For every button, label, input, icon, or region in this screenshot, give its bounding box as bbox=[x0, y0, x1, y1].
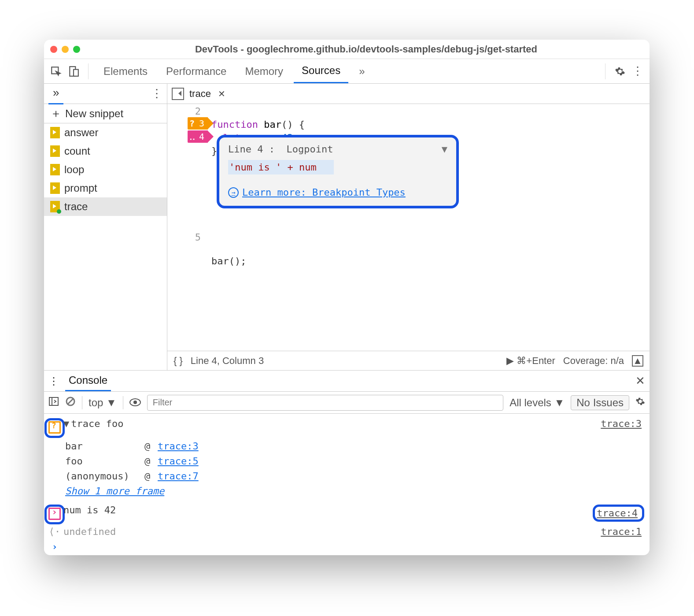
prompt-chevron-icon: › bbox=[46, 541, 63, 552]
inspect-icon[interactable] bbox=[48, 64, 63, 79]
devtools-window: DevTools - googlechrome.github.io/devtoo… bbox=[44, 40, 650, 555]
snippet-item[interactable]: prompt bbox=[44, 179, 167, 197]
sidebar-more-icon[interactable]: ⋮ bbox=[151, 87, 162, 100]
source-link[interactable]: trace:4 bbox=[597, 508, 638, 519]
tab-performance[interactable]: Performance bbox=[158, 59, 234, 83]
snippet-label: loop bbox=[64, 163, 84, 176]
plus-icon: ＋ bbox=[50, 106, 62, 121]
tab-memory[interactable]: Memory bbox=[237, 59, 291, 83]
panel-tabbar: Elements Performance Memory Sources » ⋮ bbox=[44, 59, 650, 84]
sidebar-tabs: » ⋮ bbox=[44, 84, 167, 104]
editor-filename[interactable]: trace bbox=[189, 88, 211, 100]
clear-console-icon[interactable] bbox=[65, 396, 76, 409]
popup-line-label: Line 4 : bbox=[228, 144, 275, 155]
titlebar: DevTools - googlechrome.github.io/devtoo… bbox=[44, 40, 650, 59]
source-link[interactable]: trace:7 bbox=[158, 469, 644, 484]
stack-frame: foo@trace:5 bbox=[46, 454, 644, 469]
trace-header: trace foo bbox=[71, 418, 601, 429]
svg-rect-3 bbox=[49, 397, 58, 405]
more-tabs-icon[interactable]: » bbox=[351, 59, 373, 83]
console-settings-icon[interactable] bbox=[635, 397, 645, 409]
editor-status-bar: { } Line 4, Column 3 ▶ ⌘+Enter Coverage:… bbox=[167, 351, 650, 370]
console-prompt-row[interactable]: › bbox=[46, 540, 644, 555]
new-snippet-button[interactable]: ＋ New snippet bbox=[44, 104, 167, 123]
sidebar-tab-dropdown[interactable]: » bbox=[48, 83, 63, 104]
toggle-navigator-icon[interactable] bbox=[172, 88, 184, 100]
snippet-file-icon bbox=[50, 164, 60, 175]
logpoint-popup: Line 4 : Logpoint ▼ → Learn more: Breakp… bbox=[217, 135, 459, 208]
logpoint-marker[interactable]: ‥4 bbox=[188, 130, 208, 143]
arrow-right-circle-icon: → bbox=[228, 187, 239, 198]
traffic-lights bbox=[50, 46, 80, 53]
snippet-label: count bbox=[64, 145, 90, 157]
context-selector[interactable]: top ▼ bbox=[89, 397, 117, 409]
snippet-file-icon bbox=[50, 145, 60, 157]
snippet-item[interactable]: loop bbox=[44, 160, 167, 179]
sidebar: » ⋮ ＋ New snippet answer count loop prom… bbox=[44, 84, 167, 370]
tab-console[interactable]: Console bbox=[65, 371, 111, 391]
console-tabbar: ⋮ Console ✕ bbox=[44, 371, 650, 392]
stack-frame: bar@trace:3 bbox=[46, 439, 644, 454]
logpoint-icon bbox=[48, 508, 61, 519]
highlight-badge: trace:4 bbox=[593, 505, 644, 522]
close-icon[interactable] bbox=[50, 46, 57, 53]
tab-elements[interactable]: Elements bbox=[96, 59, 155, 83]
snippet-label: trace bbox=[64, 200, 88, 213]
expand-caret-icon[interactable]: ▼ bbox=[63, 418, 69, 429]
snippet-item[interactable]: count bbox=[44, 142, 167, 160]
log-levels-selector[interactable]: All levels ▼ bbox=[509, 397, 565, 409]
device-toggle-icon[interactable] bbox=[66, 64, 81, 79]
coverage-status: Coverage: n/a bbox=[563, 355, 624, 367]
console-more-icon[interactable]: ⋮ bbox=[48, 375, 59, 387]
console-log-row: num is 42 trace:4 bbox=[46, 504, 644, 525]
console-output[interactable]: ▼ trace foo trace:3 bar@trace:3 foo@trac… bbox=[44, 414, 650, 555]
snippet-file-icon bbox=[50, 201, 60, 212]
line-number[interactable]: 2 bbox=[167, 105, 201, 118]
stack-frame: (anonymous)@trace:7 bbox=[46, 469, 644, 484]
code-area[interactable]: 2 5 ?3 ‥4 function bar() { let num = 42;… bbox=[167, 104, 650, 351]
issues-button[interactable]: No Issues bbox=[571, 395, 629, 410]
snippet-label: answer bbox=[64, 126, 98, 139]
conditional-bp-icon bbox=[48, 421, 61, 433]
show-more-frames-link[interactable]: Show 1 more frame bbox=[46, 486, 644, 497]
source-link[interactable]: trace:3 bbox=[601, 418, 642, 429]
more-menu-icon[interactable]: ⋮ bbox=[630, 64, 645, 79]
svg-rect-2 bbox=[74, 69, 78, 76]
console-drawer: ⋮ Console ✕ top ▼ All levels ▼ No Issues… bbox=[44, 370, 650, 555]
learn-more-link[interactable]: → Learn more: Breakpoint Types bbox=[228, 187, 447, 198]
source-link[interactable]: trace:1 bbox=[601, 526, 642, 537]
snippet-file-icon bbox=[50, 182, 60, 194]
close-tab-icon[interactable]: ✕ bbox=[218, 89, 225, 99]
logpoint-expression-input[interactable] bbox=[228, 160, 447, 174]
snippet-label: prompt bbox=[64, 182, 97, 194]
source-link[interactable]: trace:3 bbox=[158, 439, 644, 454]
settings-gear-icon[interactable] bbox=[613, 64, 628, 79]
live-expression-icon[interactable] bbox=[129, 397, 141, 409]
conditional-breakpoint-marker[interactable]: ?3 bbox=[188, 117, 208, 130]
zoom-icon[interactable] bbox=[73, 46, 80, 53]
source-link[interactable]: trace:5 bbox=[158, 454, 644, 469]
toggle-drawer-icon[interactable]: ▲ bbox=[632, 355, 643, 367]
filter-input[interactable] bbox=[147, 395, 503, 411]
close-drawer-icon[interactable]: ✕ bbox=[635, 374, 645, 388]
pretty-print-icon[interactable]: { } bbox=[174, 355, 183, 367]
snippet-list: answer count loop prompt trace bbox=[44, 123, 167, 370]
highlight-badge bbox=[44, 505, 65, 524]
popup-type-label[interactable]: Logpoint bbox=[286, 144, 333, 155]
snippet-item[interactable]: answer bbox=[44, 123, 167, 142]
highlight-badge bbox=[44, 418, 65, 438]
svg-point-6 bbox=[133, 401, 137, 404]
snippet-item[interactable]: trace bbox=[44, 197, 167, 216]
toggle-sidebar-icon[interactable] bbox=[48, 396, 59, 409]
snippet-file-icon bbox=[50, 127, 60, 138]
return-arrow-icon: ⟨· bbox=[46, 526, 63, 537]
window-title: DevTools - googlechrome.github.io/devtoo… bbox=[89, 44, 643, 55]
tab-sources[interactable]: Sources bbox=[294, 59, 348, 83]
minimize-icon[interactable] bbox=[62, 46, 69, 53]
line-number[interactable]: 5 bbox=[167, 231, 201, 244]
run-snippet-hint[interactable]: ▶ ⌘+Enter bbox=[506, 355, 555, 367]
log-message: num is 42 bbox=[63, 505, 593, 516]
console-trace-row: ▼ trace foo trace:3 bbox=[46, 417, 644, 439]
editor: trace ✕ 2 5 ?3 ‥4 function bar() { let n… bbox=[167, 84, 650, 370]
chevron-down-icon[interactable]: ▼ bbox=[442, 144, 447, 155]
